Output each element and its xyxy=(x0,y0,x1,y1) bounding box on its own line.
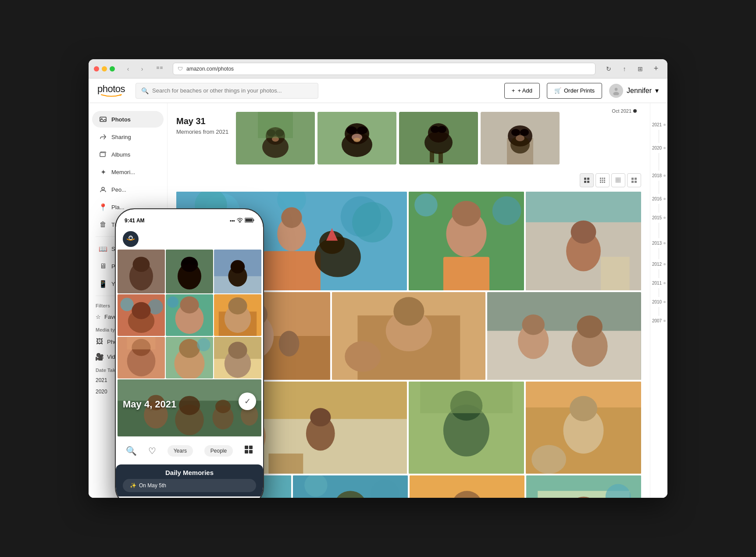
memories-subtitle: Memories from 2021 xyxy=(176,128,229,136)
order-prints-button[interactable]: 🛒 Order Prints xyxy=(547,83,602,99)
memory-photo-3[interactable] xyxy=(399,112,478,164)
timeline-year-2010[interactable]: 2010 xyxy=(650,298,667,306)
share-button[interactable]: ↑ xyxy=(618,63,631,75)
forward-button[interactable]: › xyxy=(136,63,148,75)
grid-photo-11[interactable] xyxy=(293,475,408,498)
svg-rect-45 xyxy=(600,178,601,179)
timeline-year-2012[interactable]: 2012 xyxy=(650,260,667,268)
grid-photo-12[interactable] xyxy=(410,475,524,498)
phone-status-bar: 9:41 AM ▪▪▪ xyxy=(116,209,263,229)
battery-icon xyxy=(245,218,254,224)
user-menu[interactable]: Jennifer ▾ xyxy=(609,84,659,98)
svg-rect-44 xyxy=(587,181,589,183)
svg-rect-204 xyxy=(249,446,253,449)
svg-point-26 xyxy=(353,138,360,142)
wifi-icon xyxy=(237,218,243,224)
timeline-year-2020[interactable]: 2020 xyxy=(650,144,667,152)
grid-photo-6[interactable] xyxy=(487,292,641,380)
search-input[interactable] xyxy=(152,87,313,94)
places-icon: 📍 xyxy=(99,203,107,211)
user-chevron-icon: ▾ xyxy=(655,86,659,95)
svg-rect-57 xyxy=(620,178,620,179)
timeline-sidebar: 2021 2020 2018 2016 xyxy=(650,103,667,498)
memories-label-area: May 31 Memories from 2021 xyxy=(176,112,229,136)
phone-nav-people-pill[interactable]: People xyxy=(204,445,233,457)
svg-point-168 xyxy=(231,260,245,273)
grid-photo-3[interactable] xyxy=(526,192,641,290)
sidebar-item-sharing[interactable]: Sharing xyxy=(92,129,164,145)
refresh-button[interactable]: ↻ xyxy=(603,63,615,75)
sidebar-item-photos[interactable]: Photos xyxy=(92,111,164,128)
browser-titlebar: ‹ › 🛡 amazon.com/photos ↻ ↑ ⊞ + xyxy=(89,59,667,79)
phone-nav-favorites[interactable]: ♡ xyxy=(148,446,156,456)
memory-photo-1[interactable] xyxy=(236,112,315,164)
phone-memories-footer: Daily Memories ✨ On May 5th xyxy=(116,464,263,496)
add-button[interactable]: + + Add xyxy=(504,83,540,99)
svg-point-106 xyxy=(393,297,424,325)
svg-point-88 xyxy=(452,201,481,226)
timeline-year-2013[interactable]: 2013 xyxy=(650,239,667,247)
grid-photo-8[interactable] xyxy=(409,382,524,474)
view-small-button[interactable] xyxy=(611,173,625,187)
phone-time: 9:41 AM xyxy=(125,218,145,224)
svg-point-156 xyxy=(129,236,132,239)
svg-rect-69 xyxy=(620,182,620,182)
maximize-button[interactable] xyxy=(110,66,115,71)
timeline-year-2011[interactable]: 2011 xyxy=(650,279,667,287)
close-button[interactable] xyxy=(94,66,99,71)
grid-photo-13[interactable] xyxy=(526,475,641,498)
phone-nav-years-pill[interactable]: Years xyxy=(168,445,193,457)
memory-photo-2[interactable] xyxy=(317,112,396,164)
phone-memories-title: Daily Memories xyxy=(123,469,256,476)
timeline-year-2018[interactable]: 2018 xyxy=(650,171,667,180)
search-bar[interactable]: 🔍 xyxy=(136,83,318,99)
add-tab-button[interactable]: ⊞ xyxy=(634,63,646,75)
svg-rect-185 xyxy=(127,337,156,350)
new-tab-plus[interactable]: + xyxy=(650,63,662,75)
svg-rect-4 xyxy=(160,68,163,68)
svg-point-162 xyxy=(181,257,198,272)
svg-rect-48 xyxy=(600,180,601,181)
svg-rect-54 xyxy=(616,178,617,179)
year-dot-2018 xyxy=(663,175,666,177)
minimize-button[interactable] xyxy=(102,66,107,71)
albums-label: Albums xyxy=(111,151,130,158)
view-large-button[interactable] xyxy=(580,173,594,187)
memories-icon: ✦ xyxy=(99,168,107,176)
phone-mockup: 9:41 AM ▪▪▪ xyxy=(115,208,264,498)
phone-nav-memories-btn[interactable] xyxy=(244,445,253,456)
grid-photo-9[interactable] xyxy=(526,382,641,474)
grid-photo-5[interactable] xyxy=(332,292,486,380)
view-medium-button[interactable] xyxy=(596,173,610,187)
svg-rect-43 xyxy=(584,181,586,183)
phone-memories-item[interactable]: ✨ On May 5th xyxy=(123,479,256,492)
back-button[interactable]: ‹ xyxy=(122,63,134,75)
logo-text: photos xyxy=(97,84,125,94)
svg-rect-56 xyxy=(618,178,619,179)
phone-nav-search[interactable]: 🔍 xyxy=(126,446,137,456)
svg-rect-31 xyxy=(439,152,443,163)
svg-point-38 xyxy=(511,129,520,136)
sidebar-item-memories[interactable]: ✦ Memori... xyxy=(92,164,164,180)
grid-photo-2[interactable] xyxy=(409,192,524,290)
year-dot-2013 xyxy=(663,242,666,244)
timeline-year-2015[interactable]: 2015 xyxy=(650,214,667,222)
svg-point-164 xyxy=(189,259,197,265)
memories-photos xyxy=(236,112,641,164)
phone-check-button[interactable]: ✓ xyxy=(239,393,256,410)
svg-rect-96 xyxy=(601,257,630,290)
view-list-button[interactable] xyxy=(627,173,641,187)
address-bar[interactable]: 🛡 amazon.com/photos xyxy=(173,63,596,75)
timeline-year-2016[interactable]: 2016 xyxy=(650,195,667,203)
timeline-year-2021[interactable]: 2021 xyxy=(650,121,667,129)
svg-point-170 xyxy=(120,298,133,311)
timeline-year-2007[interactable]: 2007 xyxy=(650,317,667,325)
svg-point-111 xyxy=(522,314,545,335)
svg-rect-124 xyxy=(420,382,512,413)
memory-photo-4[interactable] xyxy=(481,112,560,164)
reader-view-button[interactable] xyxy=(153,63,166,75)
photos-label: Photos xyxy=(111,116,131,123)
sidebar-item-albums[interactable]: Albums xyxy=(92,146,164,163)
sidebar-item-people[interactable]: Peo... xyxy=(92,181,164,198)
svg-point-176 xyxy=(180,296,199,314)
